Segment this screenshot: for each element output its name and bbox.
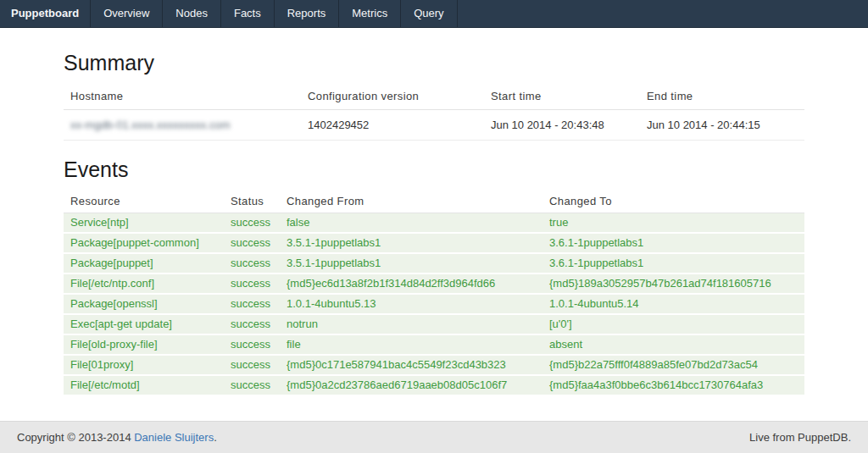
event-row: Package[puppet] success 3.5.1-1puppetlab…	[64, 253, 804, 273]
event-changed-to: {md5}b22a75fff0f4889a85fe07bd2d73ac54	[542, 355, 804, 375]
event-resource: File[01proxy]	[64, 355, 224, 375]
event-resource: File[old-proxy-file]	[64, 334, 224, 355]
event-status: success	[224, 375, 280, 395]
live-from-puppetdb-status: Live from PuppetDB.	[749, 431, 851, 444]
event-changed-to: 1.0.1-4ubuntu5.14	[542, 294, 804, 314]
event-changed-from: file	[280, 334, 542, 355]
event-row: File[01proxy] success {md5}0c171e587941b…	[64, 355, 804, 375]
nav-item-query[interactable]: Query	[401, 0, 457, 27]
event-status: success	[224, 334, 280, 355]
summary-heading: Summary	[64, 51, 804, 75]
events-header-row: Resource Status Changed From Changed To	[64, 189, 804, 213]
copyright-period: .	[214, 431, 217, 444]
event-resource: Package[puppet]	[64, 253, 224, 273]
col-configuration-version: Configuration version	[301, 82, 484, 110]
event-resource: File[/etc/ntp.conf]	[64, 273, 224, 294]
copyright-text: Copyright © 2013-2014	[17, 431, 134, 444]
event-status: success	[224, 233, 280, 253]
col-changed-from: Changed From	[280, 189, 542, 213]
col-changed-to: Changed To	[542, 189, 804, 213]
event-changed-from: false	[280, 213, 542, 234]
event-row: Service[ntp] success false true	[64, 213, 804, 234]
nav-item-overview[interactable]: Overview	[91, 0, 163, 27]
brand-puppetboard[interactable]: Puppetboard	[0, 0, 91, 27]
event-status: success	[224, 253, 280, 273]
summary-row: xx-mgdb-01.xxxx.xxxxxxxxx.com 1402429452…	[64, 110, 804, 141]
hostname-value-redacted: xx-mgdb-01.xxxx.xxxxxxxxx.com	[70, 119, 231, 131]
nav-item-facts[interactable]: Facts	[221, 0, 275, 27]
col-resource: Resource	[64, 189, 224, 213]
summary-header-row: Hostname Configuration version Start tim…	[64, 82, 804, 110]
configuration-version-value: 1402429452	[301, 110, 484, 141]
event-changed-to: [u'0']	[542, 314, 804, 334]
summary-table: Hostname Configuration version Start tim…	[64, 82, 804, 141]
start-time-value: Jun 10 2014 - 20:43:48	[484, 110, 640, 141]
event-resource: Service[ntp]	[64, 213, 224, 234]
footer: Copyright © 2013-2014 Daniele Sluijters.…	[0, 421, 868, 453]
event-changed-to: {md5}189a3052957b47b261ad74f181605716	[542, 273, 804, 294]
event-changed-to: 3.6.1-1puppetlabs1	[542, 253, 804, 273]
event-changed-from: 3.5.1-1puppetlabs1	[280, 233, 542, 253]
event-changed-from: {md5}0a2cd23786aed6719aaeb08d05c106f7	[280, 375, 542, 395]
event-changed-from: {md5}0c171e587941bac4c5549f23cd43b323	[280, 355, 542, 375]
top-navbar: Puppetboard Overview Nodes Facts Reports…	[0, 0, 868, 28]
event-changed-to: absent	[542, 334, 804, 355]
col-hostname: Hostname	[64, 82, 301, 110]
event-status: success	[224, 213, 280, 234]
event-changed-to: true	[542, 213, 804, 234]
event-changed-from: {md5}ec6d13a8f2b1f314d84d2ff3d964fd66	[280, 273, 542, 294]
event-resource: File[/etc/motd]	[64, 375, 224, 395]
copyright: Copyright © 2013-2014 Daniele Sluijters.	[17, 431, 217, 444]
event-resource: Package[openssl]	[64, 294, 224, 314]
author-link[interactable]: Daniele Sluijters	[134, 431, 214, 444]
event-row: File[old-proxy-file] success file absent	[64, 334, 804, 355]
event-row: File[/etc/motd] success {md5}0a2cd23786a…	[64, 375, 804, 395]
event-row: Package[openssl] success 1.0.1-4ubuntu5.…	[64, 294, 804, 314]
event-resource: Package[puppet-common]	[64, 233, 224, 253]
event-changed-to: 3.6.1-1puppetlabs1	[542, 233, 804, 253]
end-time-value: Jun 10 2014 - 20:44:15	[640, 110, 804, 141]
event-row: Package[puppet-common] success 3.5.1-1pu…	[64, 233, 804, 253]
nav-item-metrics[interactable]: Metrics	[339, 0, 401, 27]
event-status: success	[224, 355, 280, 375]
event-status: success	[224, 314, 280, 334]
event-changed-from: 3.5.1-1puppetlabs1	[280, 253, 542, 273]
col-start-time: Start time	[484, 82, 640, 110]
event-changed-to: {md5}faa4a3f0bbe6c3b614bcc1730764afa3	[542, 375, 804, 395]
event-status: success	[224, 273, 280, 294]
events-table: Resource Status Changed From Changed To …	[64, 189, 804, 396]
col-status: Status	[224, 189, 280, 213]
event-resource: Exec[apt-get update]	[64, 314, 224, 334]
report-page: Summary Hostname Configuration version S…	[0, 28, 868, 421]
nav-item-reports[interactable]: Reports	[275, 0, 340, 27]
event-changed-from: notrun	[280, 314, 542, 334]
event-row: Exec[apt-get update] success notrun [u'0…	[64, 314, 804, 334]
events-heading: Events	[64, 157, 804, 182]
col-end-time: End time	[640, 82, 804, 110]
event-row: File[/etc/ntp.conf] success {md5}ec6d13a…	[64, 273, 804, 294]
nav-item-nodes[interactable]: Nodes	[163, 0, 221, 27]
event-changed-from: 1.0.1-4ubuntu5.13	[280, 294, 542, 314]
event-status: success	[224, 294, 280, 314]
